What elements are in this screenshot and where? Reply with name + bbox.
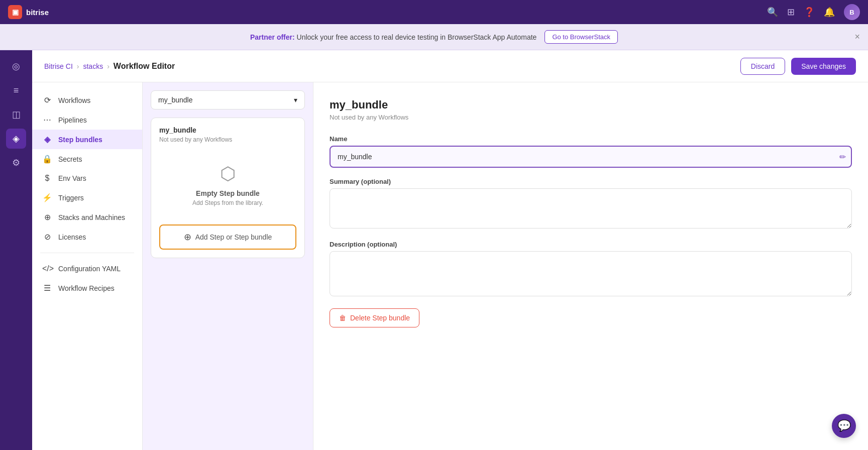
sidebar-icon-settings[interactable]: ⚙ bbox=[6, 153, 26, 173]
description-label: Description (optional) bbox=[330, 241, 852, 248]
plus-icon: ⊕ bbox=[184, 232, 191, 243]
summary-textarea[interactable] bbox=[330, 188, 852, 229]
nav-sidebar: ⟳ Workflows ⋯ Pipelines ◈ Step bundles 🔒… bbox=[32, 82, 143, 450]
center-panel: my_bundle ▾ my_bundle Not used by any Wo… bbox=[143, 82, 313, 450]
chat-bubble[interactable]: 💬 bbox=[832, 414, 856, 438]
delete-label: Delete Step bundle bbox=[350, 314, 410, 322]
icon-sidebar: ◎ ≡ ◫ ◈ ⚙ bbox=[0, 50, 32, 450]
chevron-down-icon: ▾ bbox=[294, 96, 297, 104]
discard-button[interactable]: Discard bbox=[740, 58, 785, 75]
bundle-dropdown[interactable]: my_bundle ▾ bbox=[151, 90, 305, 109]
sidebar-item-pipelines[interactable]: ⋯ Pipelines bbox=[32, 110, 142, 130]
add-step-button[interactable]: ⊕ Add Step or Step bundle bbox=[159, 224, 296, 250]
sidebar-item-stacks[interactable]: ⊕ Stacks and Machines bbox=[32, 207, 142, 227]
close-icon[interactable]: × bbox=[854, 32, 860, 42]
avatar[interactable]: B bbox=[844, 4, 860, 20]
name-label: Name bbox=[330, 135, 852, 143]
sidebar-label-licenses: Licenses bbox=[58, 233, 86, 241]
detail-title: my_bundle bbox=[330, 98, 852, 111]
sidebar-item-workflow-recipes[interactable]: ☰ Workflow Recipes bbox=[32, 278, 142, 298]
sidebar-item-step-bundles[interactable]: ◈ Step bundles bbox=[32, 130, 142, 149]
breadcrumb-stacks[interactable]: stacks bbox=[83, 62, 103, 70]
add-step-label: Add Step or Step bundle bbox=[195, 233, 272, 241]
workflows-icon: ⟳ bbox=[42, 95, 52, 105]
grid-icon[interactable]: ⊞ bbox=[787, 7, 795, 18]
header-actions: Discard Save changes bbox=[740, 58, 856, 75]
sidebar-icon-org[interactable]: ◎ bbox=[6, 56, 26, 76]
edit-icon[interactable]: ✏ bbox=[839, 152, 846, 162]
bundle-dropdown-value: my_bundle bbox=[158, 96, 193, 104]
description-form-group: Description (optional) bbox=[330, 241, 852, 298]
header-bar: Bitrise CI › stacks › Workflow Editor Di… bbox=[32, 50, 868, 82]
sidebar-item-env-vars[interactable]: $ Env Vars bbox=[32, 169, 142, 188]
env-vars-icon: $ bbox=[42, 174, 52, 183]
empty-bundle: ⬡ Empty Step bundle Add Steps from the l… bbox=[159, 153, 296, 224]
sidebar-label-triggers: Triggers bbox=[58, 194, 84, 202]
top-navigation: ▣ bitrise 🔍 ⊞ ❓ 🔔 B bbox=[0, 0, 868, 24]
breadcrumb-separator-2: › bbox=[107, 62, 110, 70]
nav-divider bbox=[40, 253, 134, 253]
logo-text: bitrise bbox=[26, 8, 49, 17]
triggers-icon: ⚡ bbox=[42, 193, 52, 202]
config-yaml-icon: </> bbox=[42, 264, 52, 273]
go-to-browserstack-button[interactable]: Go to BrowserStack bbox=[545, 30, 618, 44]
secrets-icon: 🔒 bbox=[42, 154, 52, 164]
save-changes-button[interactable]: Save changes bbox=[791, 58, 856, 75]
empty-bundle-desc: Add Steps from the library. bbox=[192, 199, 263, 206]
sidebar-item-triggers[interactable]: ⚡ Triggers bbox=[32, 188, 142, 207]
cube-icon: ⬡ bbox=[220, 163, 236, 184]
sidebar-item-secrets[interactable]: 🔒 Secrets bbox=[32, 149, 142, 169]
banner-prefix: Partner offer: bbox=[250, 33, 295, 41]
logo-icon: ▣ bbox=[8, 5, 22, 19]
help-icon[interactable]: ❓ bbox=[804, 7, 815, 18]
bundle-card: my_bundle Not used by any Workflows ⬡ Em… bbox=[151, 118, 305, 258]
sidebar-label-pipelines: Pipelines bbox=[58, 116, 87, 124]
sidebar-label-env-vars: Env Vars bbox=[58, 174, 86, 182]
banner-text: Partner offer: Unlock your free access t… bbox=[250, 33, 536, 41]
name-input[interactable] bbox=[330, 146, 852, 168]
detail-panel: my_bundle Not used by any Workflows Name… bbox=[313, 82, 868, 450]
page-layout: ⟳ Workflows ⋯ Pipelines ◈ Step bundles 🔒… bbox=[32, 82, 868, 450]
breadcrumb-home[interactable]: Bitrise CI bbox=[44, 62, 73, 70]
stacks-icon: ⊕ bbox=[42, 212, 52, 222]
sidebar-item-licenses[interactable]: ⊘ Licenses bbox=[32, 227, 142, 247]
trash-icon: 🗑 bbox=[339, 314, 346, 322]
sidebar-label-workflows: Workflows bbox=[58, 96, 90, 104]
logo[interactable]: ▣ bitrise bbox=[8, 5, 49, 19]
name-form-group: Name ✏ bbox=[330, 135, 852, 168]
sidebar-item-config-yaml[interactable]: </> Configuration YAML bbox=[32, 259, 142, 278]
breadcrumb-current: Workflow Editor bbox=[114, 62, 175, 71]
detail-subtitle: Not used by any Workflows bbox=[330, 114, 852, 121]
breadcrumb-separator-1: › bbox=[77, 62, 79, 70]
sidebar-label-step-bundles: Step bundles bbox=[58, 136, 102, 144]
bundle-card-subtitle: Not used by any Workflows bbox=[159, 136, 296, 143]
name-input-wrapper: ✏ bbox=[330, 146, 852, 168]
banner-body: Unlock your free access to real device t… bbox=[297, 33, 537, 41]
licenses-icon: ⊘ bbox=[42, 232, 52, 242]
chat-icon: 💬 bbox=[837, 419, 851, 432]
empty-bundle-title: Empty Step bundle bbox=[196, 189, 260, 197]
sidebar-label-stacks: Stacks and Machines bbox=[58, 213, 125, 221]
content-area: Bitrise CI › stacks › Workflow Editor Di… bbox=[32, 50, 868, 450]
pipelines-icon: ⋯ bbox=[42, 115, 52, 125]
description-textarea[interactable] bbox=[330, 251, 852, 296]
delete-step-bundle-button[interactable]: 🗑 Delete Step bundle bbox=[330, 308, 419, 327]
summary-label: Summary (optional) bbox=[330, 178, 852, 185]
sidebar-icon-analytics[interactable]: ◈ bbox=[6, 129, 26, 149]
top-nav-actions: 🔍 ⊞ ❓ 🔔 B bbox=[767, 4, 860, 20]
sidebar-icon-builds[interactable]: ≡ bbox=[6, 80, 26, 100]
sidebar-label-config-yaml: Configuration YAML bbox=[58, 265, 121, 273]
sidebar-icon-apps[interactable]: ◫ bbox=[6, 104, 26, 125]
summary-form-group: Summary (optional) bbox=[330, 178, 852, 231]
sidebar-label-workflow-recipes: Workflow Recipes bbox=[58, 284, 115, 292]
sidebar-label-secrets: Secrets bbox=[58, 155, 82, 163]
main-container: ◎ ≡ ◫ ◈ ⚙ Bitrise CI › stacks › Workflow… bbox=[0, 50, 868, 450]
bundle-card-title: my_bundle bbox=[159, 126, 296, 134]
partner-banner: Partner offer: Unlock your free access t… bbox=[0, 24, 868, 50]
notifications-icon[interactable]: 🔔 bbox=[824, 7, 835, 18]
search-icon[interactable]: 🔍 bbox=[767, 7, 778, 18]
sidebar-item-workflows[interactable]: ⟳ Workflows bbox=[32, 90, 142, 110]
breadcrumb: Bitrise CI › stacks › Workflow Editor bbox=[44, 62, 175, 71]
step-bundles-icon: ◈ bbox=[42, 135, 52, 144]
workflow-recipes-icon: ☰ bbox=[42, 283, 52, 293]
